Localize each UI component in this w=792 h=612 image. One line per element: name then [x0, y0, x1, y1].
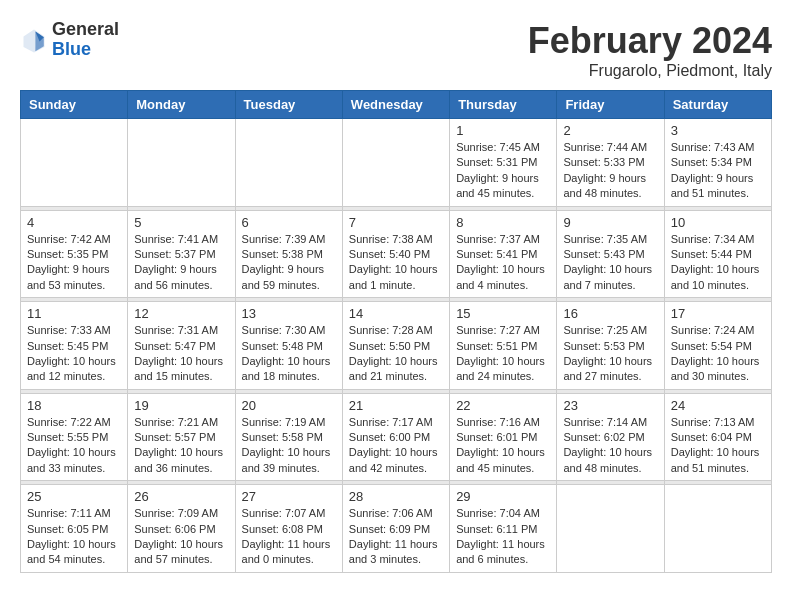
day-number: 17 — [671, 306, 765, 321]
calendar-cell: 10Sunrise: 7:34 AM Sunset: 5:44 PM Dayli… — [664, 210, 771, 298]
header-wednesday: Wednesday — [342, 91, 449, 119]
day-number: 2 — [563, 123, 657, 138]
day-info: Sunrise: 7:45 AM Sunset: 5:31 PM Dayligh… — [456, 140, 550, 202]
day-number: 26 — [134, 489, 228, 504]
day-info: Sunrise: 7:42 AM Sunset: 5:35 PM Dayligh… — [27, 232, 121, 294]
day-info: Sunrise: 7:11 AM Sunset: 6:05 PM Dayligh… — [27, 506, 121, 568]
day-number: 19 — [134, 398, 228, 413]
logo-text: General Blue — [52, 20, 119, 60]
logo-icon — [20, 26, 48, 54]
calendar-cell: 13Sunrise: 7:30 AM Sunset: 5:48 PM Dayli… — [235, 302, 342, 390]
header-sunday: Sunday — [21, 91, 128, 119]
calendar-cell: 7Sunrise: 7:38 AM Sunset: 5:40 PM Daylig… — [342, 210, 449, 298]
calendar-cell: 11Sunrise: 7:33 AM Sunset: 5:45 PM Dayli… — [21, 302, 128, 390]
calendar-cell: 5Sunrise: 7:41 AM Sunset: 5:37 PM Daylig… — [128, 210, 235, 298]
calendar-cell: 27Sunrise: 7:07 AM Sunset: 6:08 PM Dayli… — [235, 485, 342, 573]
calendar-cell — [342, 119, 449, 207]
calendar-cell: 2Sunrise: 7:44 AM Sunset: 5:33 PM Daylig… — [557, 119, 664, 207]
day-info: Sunrise: 7:39 AM Sunset: 5:38 PM Dayligh… — [242, 232, 336, 294]
header-tuesday: Tuesday — [235, 91, 342, 119]
day-info: Sunrise: 7:28 AM Sunset: 5:50 PM Dayligh… — [349, 323, 443, 385]
day-number: 22 — [456, 398, 550, 413]
day-info: Sunrise: 7:44 AM Sunset: 5:33 PM Dayligh… — [563, 140, 657, 202]
day-number: 29 — [456, 489, 550, 504]
day-info: Sunrise: 7:16 AM Sunset: 6:01 PM Dayligh… — [456, 415, 550, 477]
calendar-cell: 21Sunrise: 7:17 AM Sunset: 6:00 PM Dayli… — [342, 393, 449, 481]
day-info: Sunrise: 7:37 AM Sunset: 5:41 PM Dayligh… — [456, 232, 550, 294]
day-number: 9 — [563, 215, 657, 230]
day-info: Sunrise: 7:14 AM Sunset: 6:02 PM Dayligh… — [563, 415, 657, 477]
day-number: 7 — [349, 215, 443, 230]
day-info: Sunrise: 7:13 AM Sunset: 6:04 PM Dayligh… — [671, 415, 765, 477]
calendar-header-row: SundayMondayTuesdayWednesdayThursdayFrid… — [21, 91, 772, 119]
calendar-week-1: 1Sunrise: 7:45 AM Sunset: 5:31 PM Daylig… — [21, 119, 772, 207]
header: General Blue February 2024 Frugarolo, Pi… — [20, 20, 772, 80]
calendar-cell: 29Sunrise: 7:04 AM Sunset: 6:11 PM Dayli… — [450, 485, 557, 573]
day-number: 25 — [27, 489, 121, 504]
day-number: 18 — [27, 398, 121, 413]
day-number: 16 — [563, 306, 657, 321]
day-number: 23 — [563, 398, 657, 413]
calendar-cell: 20Sunrise: 7:19 AM Sunset: 5:58 PM Dayli… — [235, 393, 342, 481]
logo: General Blue — [20, 20, 119, 60]
day-number: 27 — [242, 489, 336, 504]
day-number: 13 — [242, 306, 336, 321]
day-info: Sunrise: 7:17 AM Sunset: 6:00 PM Dayligh… — [349, 415, 443, 477]
calendar-cell: 16Sunrise: 7:25 AM Sunset: 5:53 PM Dayli… — [557, 302, 664, 390]
calendar-cell: 24Sunrise: 7:13 AM Sunset: 6:04 PM Dayli… — [664, 393, 771, 481]
location-title: Frugarolo, Piedmont, Italy — [528, 62, 772, 80]
day-number: 3 — [671, 123, 765, 138]
day-number: 20 — [242, 398, 336, 413]
day-info: Sunrise: 7:21 AM Sunset: 5:57 PM Dayligh… — [134, 415, 228, 477]
calendar-cell: 12Sunrise: 7:31 AM Sunset: 5:47 PM Dayli… — [128, 302, 235, 390]
calendar-cell: 3Sunrise: 7:43 AM Sunset: 5:34 PM Daylig… — [664, 119, 771, 207]
calendar-cell: 4Sunrise: 7:42 AM Sunset: 5:35 PM Daylig… — [21, 210, 128, 298]
day-number: 15 — [456, 306, 550, 321]
calendar-cell: 18Sunrise: 7:22 AM Sunset: 5:55 PM Dayli… — [21, 393, 128, 481]
calendar-cell — [128, 119, 235, 207]
calendar-cell: 14Sunrise: 7:28 AM Sunset: 5:50 PM Dayli… — [342, 302, 449, 390]
header-saturday: Saturday — [664, 91, 771, 119]
calendar-cell: 17Sunrise: 7:24 AM Sunset: 5:54 PM Dayli… — [664, 302, 771, 390]
calendar-cell — [21, 119, 128, 207]
day-info: Sunrise: 7:19 AM Sunset: 5:58 PM Dayligh… — [242, 415, 336, 477]
calendar-cell: 22Sunrise: 7:16 AM Sunset: 6:01 PM Dayli… — [450, 393, 557, 481]
calendar-cell: 19Sunrise: 7:21 AM Sunset: 5:57 PM Dayli… — [128, 393, 235, 481]
header-friday: Friday — [557, 91, 664, 119]
calendar-cell: 26Sunrise: 7:09 AM Sunset: 6:06 PM Dayli… — [128, 485, 235, 573]
day-info: Sunrise: 7:41 AM Sunset: 5:37 PM Dayligh… — [134, 232, 228, 294]
logo-general-text: General — [52, 20, 119, 40]
calendar-cell: 15Sunrise: 7:27 AM Sunset: 5:51 PM Dayli… — [450, 302, 557, 390]
calendar-cell — [664, 485, 771, 573]
calendar-cell: 6Sunrise: 7:39 AM Sunset: 5:38 PM Daylig… — [235, 210, 342, 298]
calendar-cell: 9Sunrise: 7:35 AM Sunset: 5:43 PM Daylig… — [557, 210, 664, 298]
day-info: Sunrise: 7:30 AM Sunset: 5:48 PM Dayligh… — [242, 323, 336, 385]
day-number: 1 — [456, 123, 550, 138]
day-info: Sunrise: 7:25 AM Sunset: 5:53 PM Dayligh… — [563, 323, 657, 385]
day-info: Sunrise: 7:31 AM Sunset: 5:47 PM Dayligh… — [134, 323, 228, 385]
day-info: Sunrise: 7:09 AM Sunset: 6:06 PM Dayligh… — [134, 506, 228, 568]
day-number: 6 — [242, 215, 336, 230]
day-number: 21 — [349, 398, 443, 413]
calendar-cell: 25Sunrise: 7:11 AM Sunset: 6:05 PM Dayli… — [21, 485, 128, 573]
day-info: Sunrise: 7:35 AM Sunset: 5:43 PM Dayligh… — [563, 232, 657, 294]
day-info: Sunrise: 7:07 AM Sunset: 6:08 PM Dayligh… — [242, 506, 336, 568]
day-number: 10 — [671, 215, 765, 230]
day-info: Sunrise: 7:34 AM Sunset: 5:44 PM Dayligh… — [671, 232, 765, 294]
month-title: February 2024 — [528, 20, 772, 62]
header-monday: Monday — [128, 91, 235, 119]
day-number: 24 — [671, 398, 765, 413]
calendar-cell: 8Sunrise: 7:37 AM Sunset: 5:41 PM Daylig… — [450, 210, 557, 298]
calendar-week-3: 11Sunrise: 7:33 AM Sunset: 5:45 PM Dayli… — [21, 302, 772, 390]
calendar-week-2: 4Sunrise: 7:42 AM Sunset: 5:35 PM Daylig… — [21, 210, 772, 298]
day-info: Sunrise: 7:24 AM Sunset: 5:54 PM Dayligh… — [671, 323, 765, 385]
day-number: 4 — [27, 215, 121, 230]
calendar-week-5: 25Sunrise: 7:11 AM Sunset: 6:05 PM Dayli… — [21, 485, 772, 573]
calendar-cell — [235, 119, 342, 207]
calendar-week-4: 18Sunrise: 7:22 AM Sunset: 5:55 PM Dayli… — [21, 393, 772, 481]
day-number: 12 — [134, 306, 228, 321]
day-info: Sunrise: 7:22 AM Sunset: 5:55 PM Dayligh… — [27, 415, 121, 477]
day-number: 28 — [349, 489, 443, 504]
calendar: SundayMondayTuesdayWednesdayThursdayFrid… — [20, 90, 772, 573]
day-info: Sunrise: 7:38 AM Sunset: 5:40 PM Dayligh… — [349, 232, 443, 294]
